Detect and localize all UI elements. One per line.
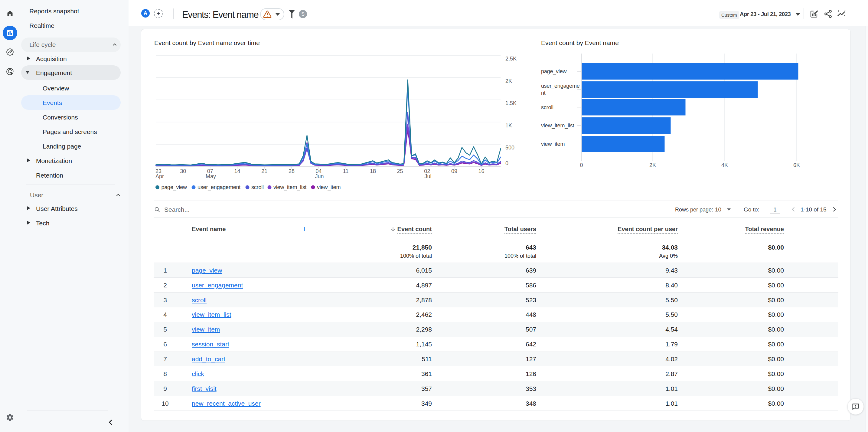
svg-text:30: 30	[180, 168, 186, 174]
svg-text:18: 18	[370, 168, 376, 174]
svg-text:view_item_list: view_item_list	[273, 184, 306, 191]
svg-text:2K: 2K	[649, 162, 656, 168]
svg-text:view_item_list: view_item_list	[541, 123, 574, 129]
svg-text:user_engagement: user_engagement	[197, 184, 241, 191]
svg-text:page_view: page_view	[161, 184, 187, 191]
svg-text:11: 11	[343, 168, 349, 174]
svg-text:scroll: scroll	[251, 184, 264, 190]
svg-text:nt: nt	[541, 90, 546, 96]
svg-text:28: 28	[288, 168, 294, 174]
svg-text:view_item: view_item	[317, 184, 341, 191]
svg-text:user_engageme: user_engageme	[541, 83, 580, 89]
svg-text:2.5K: 2.5K	[505, 56, 517, 62]
svg-text:Jun: Jun	[315, 173, 323, 179]
svg-text:Jul: Jul	[424, 173, 431, 179]
svg-text:6K: 6K	[793, 162, 800, 168]
svg-text:1K: 1K	[505, 123, 512, 129]
svg-text:500: 500	[505, 145, 515, 151]
svg-text:0: 0	[505, 160, 508, 166]
svg-text:1.5K: 1.5K	[505, 100, 517, 106]
svg-text:0: 0	[580, 162, 583, 168]
svg-text:09: 09	[451, 168, 457, 174]
svg-text:scroll: scroll	[541, 104, 554, 111]
svg-text:21: 21	[261, 168, 267, 174]
svg-text:page_view: page_view	[541, 68, 567, 75]
svg-text:4K: 4K	[721, 162, 728, 168]
svg-text:Apr: Apr	[155, 173, 164, 179]
svg-text:2K: 2K	[505, 78, 512, 84]
svg-text:14: 14	[234, 168, 240, 174]
svg-text:16: 16	[478, 168, 484, 174]
svg-text:view_item: view_item	[541, 141, 565, 147]
svg-text:May: May	[206, 173, 216, 179]
svg-text:25: 25	[397, 168, 403, 174]
